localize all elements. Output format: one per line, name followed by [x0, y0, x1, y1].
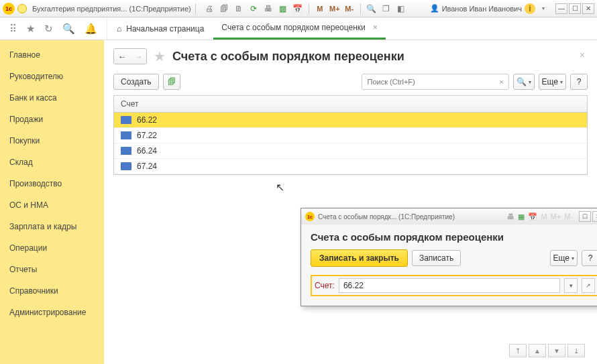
nav-bar: ⠿ ★ ↻ 🔍 🔔 ⌂ Начальная страница Счета с о… — [0, 17, 597, 40]
dialog-title-bar[interactable]: 1c Счета с особым порядк... (1С:Предприя… — [301, 208, 597, 225]
nav-forward-button[interactable]: → — [130, 49, 146, 64]
dialog-mplus-button[interactable]: M+ — [551, 213, 561, 221]
dialog-title-text: Счета с особым порядк... (1С:Предприятие… — [318, 213, 455, 221]
more-button[interactable]: Еще▾ — [539, 74, 566, 90]
sidebar-item-manager[interactable]: Руководителю — [0, 66, 104, 87]
sidebar-item-payroll[interactable]: Зарплата и кадры — [0, 216, 104, 237]
sidebar-item-admin[interactable]: Администрирование — [0, 302, 104, 323]
memory-mplus-button[interactable]: M+ — [329, 3, 340, 14]
nav-back-button[interactable]: ← — [114, 49, 130, 64]
sidebar-item-reports[interactable]: Отчеты — [0, 259, 104, 280]
apps-icon[interactable]: ⠿ — [9, 23, 17, 35]
dialog-calendar-icon[interactable]: 📅 — [528, 213, 537, 221]
dialog-close-button[interactable]: ✕ — [592, 211, 597, 222]
account-field-row: Счет: 66.22 ▾ ↗ — [311, 275, 597, 296]
dialog-grid-icon[interactable]: ▦ — [518, 213, 525, 221]
sidebar-item-sales[interactable]: Продажи — [0, 109, 104, 130]
dialog-print-icon[interactable]: 🖶 — [507, 213, 514, 221]
dialog-more-button[interactable]: Еще▾ — [550, 250, 578, 266]
save-icon[interactable]: 🗐 — [219, 3, 229, 14]
windows-icon[interactable]: ❐ — [381, 3, 392, 14]
window-close-button[interactable]: ✕ — [582, 3, 594, 14]
search-input[interactable] — [365, 78, 498, 86]
copy-button[interactable]: 🗐 — [163, 74, 180, 90]
sidebar-icon[interactable]: ◧ — [396, 3, 406, 14]
sidebar-item-catalogs[interactable]: Справочники — [0, 280, 104, 302]
title-bar: 1c Бухгалтерия предприятия... (1С:Предпр… — [0, 0, 597, 17]
account-cell: 66.24 — [137, 146, 157, 156]
account-cell: 67.22 — [137, 131, 157, 140]
page-tab-label: Счета с особым порядком переоценки — [221, 23, 365, 32]
list-first-button[interactable]: ⤒ — [509, 344, 527, 357]
home-icon: ⌂ — [117, 24, 121, 34]
favorite-icon[interactable]: ★ — [26, 23, 35, 35]
refresh-icon[interactable]: ⟳ — [248, 3, 259, 14]
account-input[interactable]: 66.22 — [339, 278, 560, 293]
dialog-maximize-button[interactable]: ☐ — [579, 211, 591, 222]
sidebar-item-main[interactable]: Главное — [0, 44, 104, 66]
dialog-m-button[interactable]: M — [541, 213, 547, 221]
account-cell: 67.24 — [137, 162, 157, 171]
list-last-button[interactable]: ⤓ — [567, 344, 585, 357]
page-close-button[interactable]: × — [580, 50, 585, 60]
doc-icon[interactable]: 🗎 — [233, 3, 244, 14]
print-icon[interactable]: 🖶 — [263, 3, 274, 14]
memory-m-button[interactable]: M — [315, 3, 325, 14]
table-row[interactable]: 66.24 — [114, 143, 587, 159]
create-button[interactable]: Создать — [113, 74, 159, 90]
sidebar-item-warehouse[interactable]: Склад — [0, 151, 104, 173]
search-field[interactable]: × — [362, 74, 509, 90]
list-up-button[interactable]: ▲ — [529, 344, 546, 357]
account-row-icon — [121, 162, 131, 170]
window-maximize-button[interactable]: ☐ — [569, 3, 581, 14]
search-clear-button[interactable]: × — [497, 78, 505, 86]
memory-mminus-button[interactable]: M- — [344, 3, 355, 14]
grid-icon[interactable]: ▦ — [278, 3, 288, 14]
sidebar-item-production[interactable]: Производство — [0, 173, 104, 194]
bell-icon[interactable]: 🔔 — [85, 23, 97, 35]
user-icon: 👤 — [430, 4, 439, 13]
history-icon[interactable]: ↻ — [44, 23, 53, 35]
sidebar-item-assets[interactable]: ОС и НМА — [0, 194, 104, 216]
print-preview-icon[interactable]: 🖨 — [204, 3, 215, 14]
account-row-icon — [121, 147, 131, 155]
tab-close-button[interactable]: × — [373, 23, 378, 32]
accounts-table: Счет 66.22 67.22 66.24 67.24 — [113, 95, 588, 175]
app-menu-dropdown[interactable] — [17, 4, 27, 13]
account-cell: 66.22 — [137, 115, 157, 125]
list-nav-buttons: ⤒ ▲ ▼ ⤓ — [509, 344, 585, 357]
list-down-button[interactable]: ▼ — [548, 344, 565, 357]
table-row[interactable]: 66.22 — [114, 113, 587, 128]
account-open-button[interactable]: ↗ — [582, 278, 595, 293]
column-header-account[interactable]: Счет — [114, 96, 587, 113]
dialog-heading: Счета с особым порядком переоценки — [311, 231, 597, 243]
table-row[interactable]: 67.22 — [114, 128, 587, 143]
table-row[interactable]: 67.24 — [114, 159, 587, 174]
dialog-app-icon: 1c — [305, 212, 315, 221]
home-tab-label: Начальная страница — [126, 24, 204, 34]
write-button[interactable]: Записать — [412, 250, 461, 266]
info-icon[interactable]: i — [525, 3, 535, 14]
help-button[interactable]: ? — [570, 74, 588, 90]
write-and-close-button[interactable]: Записать и закрыть — [311, 249, 408, 267]
account-dropdown-button[interactable]: ▾ — [564, 278, 578, 293]
sidebar-item-bank[interactable]: Банк и касса — [0, 87, 104, 109]
zoom-icon[interactable]: 🔍 — [366, 3, 377, 14]
user-display[interactable]: 👤 Иванов Иван Иванович — [430, 4, 522, 13]
favorite-toggle[interactable]: ★ — [154, 48, 166, 64]
app-title: Бухгалтерия предприятия... (1С:Предприят… — [32, 5, 191, 13]
edit-dialog: 1c Счета с особым порядк... (1С:Предприя… — [301, 208, 597, 306]
info-dropdown[interactable]: ▾ — [538, 3, 549, 14]
dialog-mminus-button[interactable]: M- — [564, 213, 573, 221]
tab-home[interactable]: ⌂ Начальная страница — [107, 17, 213, 40]
sidebar-item-purchases[interactable]: Покупки — [0, 130, 104, 151]
tab-accounts-revaluation[interactable]: Счета с особым порядком переоценки × — [213, 17, 385, 40]
calendar-icon[interactable]: 📅 — [292, 3, 303, 14]
window-minimize-button[interactable]: — — [555, 3, 567, 14]
search-icon[interactable]: 🔍 — [62, 23, 75, 35]
search-options-button[interactable]: 🔍▾ — [513, 74, 535, 90]
app-1c-icon: 1c — [3, 3, 15, 15]
account-field-label: Счет: — [315, 281, 335, 290]
sidebar-item-operations[interactable]: Операции — [0, 237, 104, 259]
dialog-help-button[interactable]: ? — [582, 250, 597, 266]
